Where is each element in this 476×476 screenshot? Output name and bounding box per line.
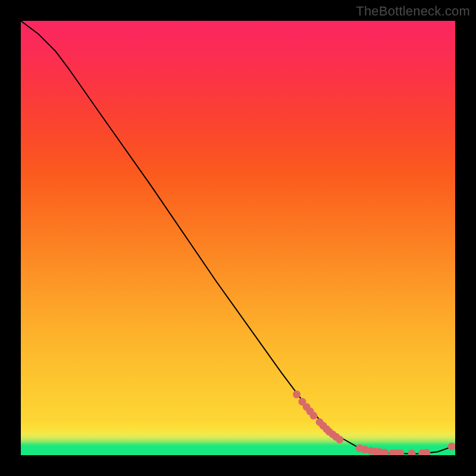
data-marker: [448, 443, 455, 450]
bottleneck-curve: [21, 21, 455, 454]
data-markers: [293, 390, 455, 455]
data-marker: [408, 450, 416, 455]
plot-area: [21, 21, 455, 455]
watermark-text: TheBottleneck.com: [356, 4, 470, 19]
chart-frame: TheBottleneck.com: [0, 0, 476, 476]
data-marker: [336, 436, 343, 443]
data-marker: [310, 412, 318, 419]
chart-svg: [21, 21, 455, 455]
data-marker: [293, 390, 300, 398]
